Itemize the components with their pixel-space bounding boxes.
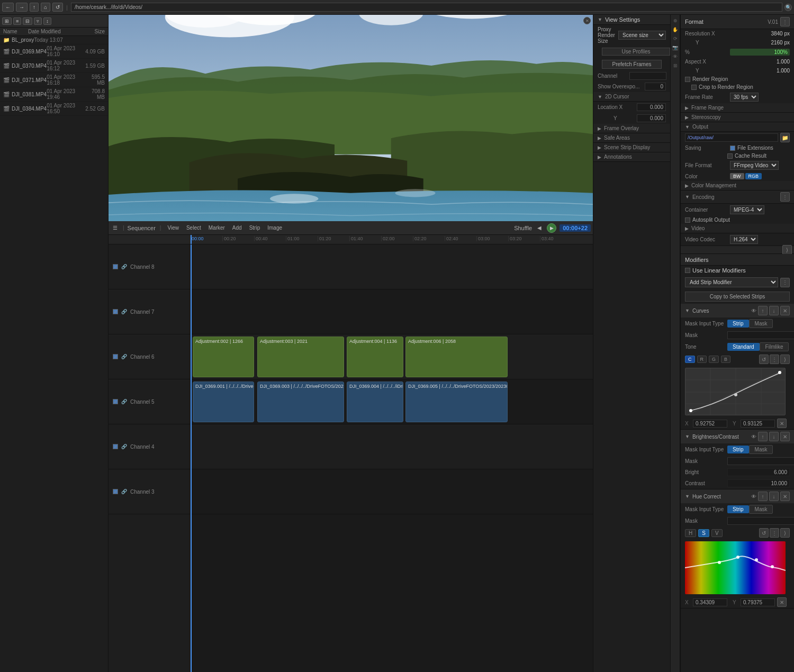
list-item[interactable]: 🎬 DJI_0371.MP4 01 Apr 2023 16:18 595.5 M…: [0, 73, 108, 87]
h-btn[interactable]: H: [685, 529, 696, 537]
pan-icon[interactable]: ✋: [672, 26, 679, 33]
curves-mask-btn[interactable]: Mask: [749, 319, 773, 328]
curves-reset-btn[interactable]: ↺: [759, 355, 769, 364]
browser-btn-3[interactable]: ⊟: [23, 17, 32, 25]
annotations-section[interactable]: ▶ Annotations: [593, 152, 670, 162]
add-menu[interactable]: Add: [230, 224, 244, 232]
hue-eye-icon[interactable]: 👁: [751, 494, 756, 500]
hue-options-btn[interactable]: ⋮: [770, 528, 779, 538]
orbit-icon[interactable]: ⟳: [672, 35, 679, 42]
channel-6-checkbox[interactable]: ✓: [113, 354, 118, 359]
channel-r-btn[interactable]: R: [697, 356, 707, 363]
video-codec-select[interactable]: H.264: [730, 235, 758, 244]
image-menu[interactable]: Image: [265, 224, 284, 232]
curves-up-btn[interactable]: ↑: [758, 306, 768, 315]
s-btn[interactable]: S: [698, 529, 709, 537]
clip-dji-005[interactable]: DJI_0369.005 | /../../../DriveFOTOS/2023…: [405, 382, 508, 422]
name-col-header[interactable]: Name: [3, 29, 28, 34]
home-button[interactable]: ⌂: [41, 3, 50, 12]
curves-strip-btn[interactable]: Strip: [727, 320, 749, 328]
contrast-value[interactable]: 10.000: [727, 479, 790, 487]
use-profiles-button[interactable]: Use Profiles: [602, 48, 670, 56]
clip-adjustment-002[interactable]: Adjustment:002 | 1266: [193, 337, 254, 377]
aspect-x-value[interactable]: 1.000: [730, 59, 790, 65]
hue-expand-btn[interactable]: ⟩: [780, 528, 790, 538]
camera-icon[interactable]: 📷: [672, 44, 679, 51]
encoding-section[interactable]: ▼ Encoding ⋮: [681, 190, 794, 204]
channel-7-checkbox[interactable]: ✓: [113, 309, 118, 314]
channel-b-btn[interactable]: B: [721, 356, 730, 363]
output-section[interactable]: ▼ Output: [681, 122, 794, 132]
sort-btn[interactable]: ↕: [43, 17, 51, 25]
hue-down-btn[interactable]: ↓: [769, 492, 779, 501]
render-region-checkbox[interactable]: [685, 77, 690, 82]
view-menu[interactable]: View: [165, 224, 181, 232]
v-btn[interactable]: V: [711, 529, 723, 537]
hue-display[interactable]: [685, 541, 786, 594]
date-col-header[interactable]: Date Modified: [28, 29, 76, 34]
stereoscopy-section[interactable]: ▶ Stereoscopy: [681, 113, 794, 122]
format-expand-btn[interactable]: ⟩: [782, 245, 792, 255]
use-linear-checkbox[interactable]: [685, 268, 690, 273]
autosplit-checkbox[interactable]: [685, 217, 690, 223]
marker-menu[interactable]: Marker: [206, 224, 227, 232]
scene-strip-section[interactable]: ▶ Scene Strip Display: [593, 143, 670, 152]
hue-mask-btn[interactable]: Mask: [749, 505, 773, 514]
bright-value[interactable]: 6.000: [727, 468, 790, 476]
brightness-eye-icon[interactable]: 👁: [751, 434, 756, 440]
file-format-select[interactable]: FFmpeg Video: [730, 161, 779, 170]
list-item[interactable]: 🎬 DJI_0370.MP4 01 Apr 2023 16:12 1.59 GB: [0, 59, 108, 73]
proxy-render-size-select[interactable]: Scene size: [618, 31, 666, 40]
hue-correct-header[interactable]: ▼ Hue Correct 👁 ↑ ↓ ✕: [681, 489, 794, 503]
frame-overlay-section[interactable]: ▶ Frame Overlay: [593, 124, 670, 133]
path-bar[interactable]: /home/cesark.../ifo/di/Videos/: [71, 3, 782, 12]
curves-options-btn[interactable]: ⋮: [770, 355, 779, 364]
browser-btn-1[interactable]: ⊞: [2, 17, 12, 25]
list-item[interactable]: 📁 BL_proxy Today 13:07: [0, 36, 108, 44]
filter-btn[interactable]: ▿: [34, 17, 42, 25]
add-modifier-select[interactable]: Add Strip Modifier: [685, 277, 778, 287]
resolution-y-value[interactable]: 2160 px: [730, 40, 790, 46]
aspect-y-value[interactable]: 1.000: [730, 68, 790, 74]
back-button[interactable]: ←: [2, 3, 14, 12]
channel-8-checkbox[interactable]: ✓: [113, 264, 118, 269]
up-button[interactable]: ↑: [30, 3, 39, 12]
curves-header[interactable]: ▼ Curves 👁 ↑ ↓ ✕: [681, 304, 794, 317]
list-item[interactable]: 🎬 DJI_0384.MP4 01 Apr 2023 16:50 2.52 GB: [0, 102, 108, 116]
brightness-contrast-header[interactable]: ▼ Brightness/Contrast 👁 ↑ ↓ ✕: [681, 430, 794, 443]
hue-up-btn[interactable]: ↑: [758, 492, 768, 501]
clip-dji-001[interactable]: DJI_0369.001 | /../../../DriveFO: [193, 382, 254, 422]
hue-strip-btn[interactable]: Strip: [727, 505, 749, 513]
frame-rate-select[interactable]: 30 fps 24 fps 60 fps: [730, 93, 759, 102]
browse-output-btn[interactable]: 📁: [780, 133, 790, 142]
resolution-x-value[interactable]: 3840 px: [730, 31, 790, 37]
timecode[interactable]: 00:00+22: [560, 224, 591, 232]
preview-close-button[interactable]: ✕: [583, 17, 591, 24]
play-button[interactable]: ▶: [547, 223, 556, 233]
brightness-down-btn[interactable]: ↓: [769, 432, 779, 441]
file-ext-checkbox[interactable]: [730, 146, 735, 151]
video-section[interactable]: ▶ Video: [681, 224, 794, 233]
clip-adjustment-006[interactable]: Adjustment:006 | 2058: [405, 337, 508, 377]
size-col-header[interactable]: Size: [76, 29, 105, 34]
hue-reset-btn[interactable]: ↺: [759, 528, 769, 538]
curves-coord-close-btn[interactable]: ✕: [777, 419, 787, 428]
strip-menu[interactable]: Strip: [247, 224, 263, 232]
zoom-icon[interactable]: ⊕: [672, 17, 679, 24]
hue-mask-input[interactable]: [727, 517, 794, 525]
prefetch-frames-button[interactable]: Prefetch Frames: [602, 60, 662, 69]
channel-input[interactable]: [629, 72, 666, 80]
curves-y-input[interactable]: 0.93125: [741, 420, 775, 428]
channel-c-btn[interactable]: C: [685, 356, 695, 363]
list-item[interactable]: 🎬 DJI_0369.MP4 01 Apr 2023 16:10 4.09 GB: [0, 44, 108, 59]
crop-render-checkbox[interactable]: [691, 85, 697, 90]
frame-range-section[interactable]: ▶ Frame Range: [681, 103, 794, 113]
view-settings-header[interactable]: ▼ View Settings: [593, 15, 670, 25]
output-path-input[interactable]: [685, 133, 778, 142]
percent-value[interactable]: 100%: [730, 49, 790, 56]
channel-3-checkbox[interactable]: ✓: [113, 489, 118, 494]
brightness-delete-btn[interactable]: ✕: [780, 432, 790, 441]
hue-coord-close-btn[interactable]: ✕: [777, 597, 787, 607]
container-select[interactable]: MPEG-4: [730, 205, 764, 214]
channel-4-checkbox[interactable]: ✓: [113, 444, 118, 449]
